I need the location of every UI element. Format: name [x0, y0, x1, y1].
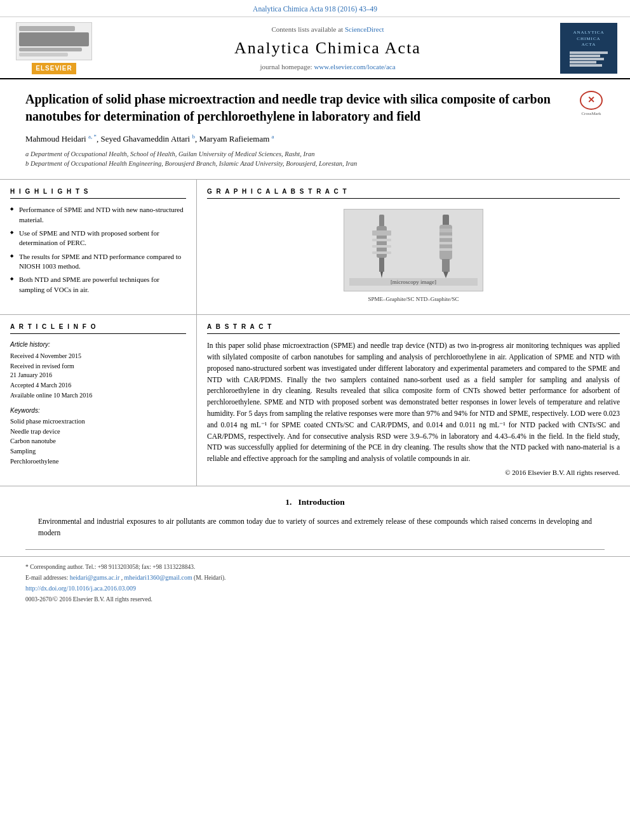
spme-illustration	[363, 215, 401, 278]
abstract-header: A B S T R A C T	[207, 323, 620, 334]
journal-cover-image: ANALYTICACHIMICAACTA	[560, 23, 617, 74]
date-received-revised: Received in revised form 21 January 2016	[10, 362, 186, 380]
article-title-section: Application of solid phase microextracti…	[0, 79, 630, 180]
footer-section: * Corresponding author. Tel.: +98 911320…	[0, 556, 630, 608]
svg-marker-3	[380, 272, 383, 278]
svg-rect-0	[379, 215, 384, 227]
abstract-text-content: In this paper solid phase microextractio…	[207, 342, 620, 462]
crossmark-icon: ✕	[580, 91, 603, 110]
authors-line: Mahmoud Heidari a, *, Seyed Ghavameddin …	[25, 133, 605, 145]
article-info-column: A R T I C L E I N F O Article history: R…	[0, 315, 197, 486]
highlights-list: Performance of SPME and NTD with new nan…	[10, 205, 186, 295]
email-label: E-mail addresses:	[25, 575, 68, 581]
graphical-img-box: [microscopy image]	[344, 209, 483, 291]
citation-text: Analytica Chimica Acta 918 (2016) 43–49	[253, 5, 377, 13]
svg-marker-11	[443, 272, 448, 278]
affiliation-b: b Department of Occupational Health Engi…	[25, 159, 605, 169]
email-2[interactable]: mheidari1360@gmail.com	[124, 574, 192, 581]
abstract-copyright: © 2016 Elsevier B.V. All rights reserved…	[207, 467, 620, 478]
crossmark-label: CrossMark	[581, 111, 601, 117]
crossmark-badge[interactable]: ✕ CrossMark	[578, 91, 605, 117]
keyword-3: Carbon nanotube	[10, 437, 186, 446]
affiliation-a: a Department of Occupational Health, Sch…	[25, 149, 605, 159]
doi-line: http://dx.doi.org/10.1016/j.aca.2016.03.…	[25, 584, 605, 593]
highlights-header: H I G H L I G H T S	[10, 187, 186, 199]
abstract-column: A B S T R A C T In this paper solid phas…	[197, 315, 630, 486]
sciencedirect-link-text[interactable]: ScienceDirect	[345, 25, 384, 33]
svg-rect-14	[439, 242, 452, 244]
journal-header: ELSEVIER Contents lists available at Sci…	[0, 17, 630, 79]
corresponding-note: * Corresponding author. Tel.: +98 911320…	[25, 563, 605, 571]
email-1[interactable]: heidari@gums.ac.ir	[70, 574, 120, 581]
ntd-illustration	[427, 215, 465, 278]
date-received: Received 4 November 2015	[10, 352, 186, 361]
intro-number: 1.	[285, 497, 292, 507]
article-info-header: A R T I C L E I N F O	[10, 323, 186, 334]
highlight-item-3: The results for SPME and NTD performance…	[10, 252, 186, 272]
svg-rect-10	[442, 259, 450, 272]
svg-rect-15	[439, 248, 452, 251]
keyword-4: Sampling	[10, 447, 186, 457]
footer-copyright: 0003-2670/© 2016 Elsevier B.V. All right…	[25, 596, 605, 604]
article-title: Application of solid phase microextracti…	[25, 91, 605, 125]
email-line: E-mail addresses: heidari@gums.ac.ir , m…	[25, 573, 605, 582]
intro-title: Introduction	[298, 497, 344, 507]
keywords-label: Keywords:	[10, 406, 186, 415]
keyword-1: Solid phase microextraction	[10, 417, 186, 427]
abstract-body: In this paper solid phase microextractio…	[207, 340, 620, 478]
journal-center-info: Contents lists available at ScienceDirec…	[95, 25, 560, 72]
affiliations: a Department of Occupational Health, Sch…	[25, 149, 605, 170]
date-accepted: Accepted 4 March 2016	[10, 381, 186, 390]
highlights-graphical-section: H I G H L I G H T S Performance of SPME …	[0, 180, 630, 315]
svg-rect-7	[372, 251, 391, 254]
introduction-section: 1. Introduction Environmental and indust…	[0, 486, 630, 549]
date-available: Available online 10 March 2016	[10, 391, 186, 400]
svg-rect-8	[443, 215, 449, 226]
svg-rect-12	[439, 229, 452, 232]
svg-rect-5	[372, 239, 391, 241]
citation-bar: Analytica Chimica Acta 918 (2016) 43–49	[0, 0, 630, 17]
history-label: Article history:	[10, 340, 186, 349]
email-person: (M. Heidari).	[194, 575, 225, 581]
svg-rect-6	[372, 245, 391, 248]
elsevier-artwork	[16, 22, 92, 60]
footer-separator	[25, 549, 605, 550]
doi-link[interactable]: http://dx.doi.org/10.1016/j.aca.2016.03.…	[25, 585, 136, 592]
elsevier-label: ELSEVIER	[32, 63, 76, 74]
svg-rect-2	[379, 258, 384, 272]
graphical-abstract-column: G R A P H I C A L A B S T R A C T	[197, 180, 630, 314]
keyword-2: Needle trap device	[10, 427, 186, 437]
elsevier-logo-area: ELSEVIER	[13, 22, 95, 74]
highlights-column: H I G H L I G H T S Performance of SPME …	[0, 180, 197, 314]
highlight-item-1: Performance of SPME and NTD with new nan…	[10, 205, 186, 225]
author-mahmoud: Mahmoud Heidari a, *, Seyed Ghavameddin …	[25, 134, 274, 143]
introduction-heading: 1. Introduction	[38, 497, 592, 509]
sciencedirect-line: Contents lists available at ScienceDirec…	[102, 25, 554, 34]
article-info-abstract-section: A R T I C L E I N F O Article history: R…	[0, 315, 630, 486]
journal-homepage-line: journal homepage: www.elsevier.com/locat…	[102, 62, 554, 72]
highlight-item-4: Both NTD and SPME are powerful technique…	[10, 275, 186, 295]
graphical-abstract-header: G R A P H I C A L A B S T R A C T	[207, 187, 620, 199]
keyword-5: Perchloroethylene	[10, 457, 186, 467]
homepage-link[interactable]: www.elsevier.com/locate/aca	[314, 63, 395, 70]
graphical-image: [microscopy image] SPME–Graphite/SC NTD–…	[207, 205, 620, 307]
introduction-text: Environmental and industrial exposures t…	[38, 516, 592, 539]
highlight-item-2: Use of SPME and NTD with proposed sorben…	[10, 229, 186, 248]
keywords-section: Keywords: Solid phase microextraction Ne…	[10, 406, 186, 466]
graphical-caption: SPME–Graphite/SC NTD–Graphite/SC	[368, 295, 459, 303]
svg-rect-4	[372, 230, 391, 236]
journal-name: Analytica Chimica Acta	[102, 37, 554, 60]
svg-rect-13	[439, 236, 452, 238]
